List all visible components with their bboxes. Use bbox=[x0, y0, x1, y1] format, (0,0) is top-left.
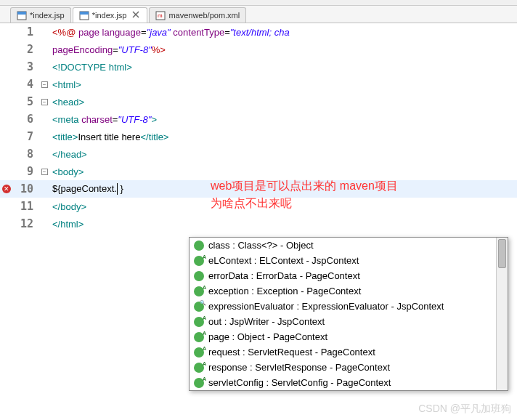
fold-toggle[interactable]: − bbox=[39, 76, 49, 93]
autocomplete-item[interactable]: Aresponse : ServletResponse - PageContex… bbox=[190, 360, 508, 375]
fold-toggle bbox=[39, 41, 49, 58]
code-line[interactable]: 4−<html> bbox=[0, 76, 517, 93]
editor-tab-0[interactable]: *index.jsp bbox=[10, 7, 71, 23]
method-icon: A bbox=[194, 256, 204, 266]
method-icon bbox=[194, 241, 204, 251]
autocomplete-item[interactable]: Apage : Object - PageContext bbox=[190, 329, 508, 344]
autocomplete-label: response : ServletResponse - PageContext bbox=[208, 362, 390, 373]
code-content[interactable]: ${pageContext. } bbox=[49, 183, 123, 195]
gutter-marker: ✕ bbox=[0, 180, 13, 198]
fold-toggle bbox=[39, 180, 49, 198]
gutter-marker bbox=[0, 145, 13, 163]
gutter-marker bbox=[0, 23, 13, 41]
method-search-icon: 🔍 bbox=[194, 302, 204, 312]
editor-tab-1[interactable]: *index.jsp bbox=[73, 7, 148, 23]
gutter-marker bbox=[0, 163, 13, 180]
code-content[interactable]: <body> bbox=[49, 166, 84, 177]
editor-tabs: *index.jsp*index.jspmmavenweb/pom.xml bbox=[0, 6, 517, 23]
code-line[interactable]: 3<!DOCTYPE html> bbox=[0, 58, 517, 76]
method-icon: A bbox=[194, 363, 204, 373]
gutter-marker bbox=[0, 110, 13, 128]
gutter-marker bbox=[0, 215, 13, 233]
fold-toggle bbox=[39, 145, 49, 163]
autocomplete-item[interactable]: AservletConfig : ServletConfig - PageCon… bbox=[190, 375, 508, 390]
autocomplete-item[interactable]: 🔍expressionEvaluator : ExpressionEvaluat… bbox=[190, 299, 508, 314]
autocomplete-item[interactable]: Aout : JspWriter - JspContext bbox=[190, 314, 508, 329]
gutter-marker bbox=[0, 76, 13, 93]
method-icon: A bbox=[194, 317, 204, 327]
svg-rect-1 bbox=[17, 12, 26, 15]
code-content[interactable]: pageEncoding="UTF-8"%> bbox=[49, 44, 166, 55]
error-icon: ✕ bbox=[2, 185, 11, 193]
tab-label: *index.jsp bbox=[30, 11, 65, 20]
popup-scrollbar[interactable] bbox=[496, 238, 508, 390]
method-icon: A bbox=[194, 347, 204, 358]
jsp-file-icon bbox=[79, 10, 89, 20]
code-content[interactable]: <meta charset="UTF-8"> bbox=[49, 114, 157, 125]
line-number: 8 bbox=[13, 148, 39, 161]
scrollbar-thumb[interactable] bbox=[498, 239, 506, 268]
close-icon[interactable] bbox=[132, 11, 141, 20]
fold-toggle bbox=[39, 128, 49, 145]
code-line[interactable]: 9−<body> bbox=[0, 163, 517, 180]
autocomplete-label: page : Object - PageContext bbox=[208, 331, 327, 342]
autocomplete-item[interactable]: Aexception : Exception - PageContext bbox=[190, 283, 508, 299]
autocomplete-label: out : JspWriter - JspContext bbox=[208, 316, 325, 327]
line-number: 5 bbox=[13, 95, 39, 108]
code-content[interactable]: </head> bbox=[49, 149, 87, 160]
autocomplete-label: exception : Exception - PageContext bbox=[208, 286, 361, 296]
autocomplete-label: class : Class<?> - Object bbox=[208, 240, 314, 251]
line-number: 9 bbox=[13, 165, 39, 178]
line-number: 1 bbox=[13, 25, 39, 39]
gutter-marker bbox=[0, 93, 13, 110]
autocomplete-label: eLContext : ELContext - JspContext bbox=[208, 255, 359, 266]
fold-toggle[interactable]: − bbox=[39, 163, 49, 180]
code-content[interactable]: </body> bbox=[49, 201, 86, 212]
code-line[interactable]: 1<%@ page language="java" contentType="t… bbox=[0, 23, 517, 41]
line-number: 10 bbox=[13, 182, 39, 195]
code-line[interactable]: 5−<head> bbox=[0, 93, 517, 110]
code-line[interactable]: 6<meta charset="UTF-8"> bbox=[0, 110, 517, 128]
method-icon bbox=[194, 271, 204, 281]
fold-toggle bbox=[39, 58, 49, 76]
toolbar-stub bbox=[0, 0, 517, 6]
code-line[interactable]: 8</head> bbox=[0, 145, 517, 163]
fold-toggle[interactable]: − bbox=[39, 93, 49, 110]
line-number: 2 bbox=[13, 43, 39, 56]
code-content[interactable]: <%@ page language="java" contentType="te… bbox=[49, 27, 290, 38]
fold-toggle bbox=[39, 110, 49, 128]
gutter-marker bbox=[0, 58, 13, 76]
annotation-text-1: web项目是可以点出来的 maven项目 bbox=[211, 179, 398, 194]
annotation-text-2: 为啥点不出来呢 bbox=[211, 196, 292, 211]
autocomplete-item[interactable]: errorData : ErrorData - PageContext bbox=[190, 268, 508, 283]
code-content[interactable]: </html> bbox=[49, 219, 84, 230]
gutter-marker bbox=[0, 41, 13, 58]
fold-toggle bbox=[39, 23, 49, 41]
autocomplete-item[interactable]: AeLContext : ELContext - JspContext bbox=[190, 253, 508, 268]
code-content[interactable]: <!DOCTYPE html> bbox=[49, 62, 132, 73]
editor-tab-2[interactable]: mmavenweb/pom.xml bbox=[149, 7, 246, 23]
method-icon: A bbox=[194, 286, 204, 296]
line-number: 6 bbox=[13, 113, 39, 126]
code-content[interactable]: <title>Insert title here</title> bbox=[49, 132, 168, 142]
tab-label: *index.jsp bbox=[92, 11, 127, 20]
gutter-marker bbox=[0, 128, 13, 145]
autocomplete-popup[interactable]: class : Class<?> - ObjectAeLContext : EL… bbox=[189, 237, 508, 391]
code-line[interactable]: 7<title>Insert title here</title> bbox=[0, 128, 517, 145]
autocomplete-item[interactable]: class : Class<?> - Object bbox=[190, 238, 508, 253]
code-editor[interactable]: 1<%@ page language="java" contentType="t… bbox=[0, 23, 517, 420]
autocomplete-label: servletConfig : ServletConfig - PageCont… bbox=[208, 377, 391, 388]
code-content[interactable]: <html> bbox=[49, 79, 81, 90]
line-number: 7 bbox=[13, 130, 39, 143]
watermark-text: CSDN @平凡加班狗 bbox=[418, 403, 511, 416]
code-content[interactable]: <head> bbox=[49, 97, 84, 108]
line-number: 4 bbox=[13, 78, 39, 91]
svg-text:m: m bbox=[158, 12, 163, 19]
code-line[interactable]: 2 pageEncoding="UTF-8"%> bbox=[0, 41, 517, 58]
line-number: 12 bbox=[13, 217, 39, 230]
method-icon: A bbox=[194, 332, 204, 342]
line-number: 11 bbox=[13, 200, 39, 213]
code-line[interactable]: 12</html> bbox=[0, 215, 517, 233]
method-icon: A bbox=[194, 378, 204, 388]
autocomplete-item[interactable]: Arequest : ServletRequest - PageContext bbox=[190, 344, 508, 360]
